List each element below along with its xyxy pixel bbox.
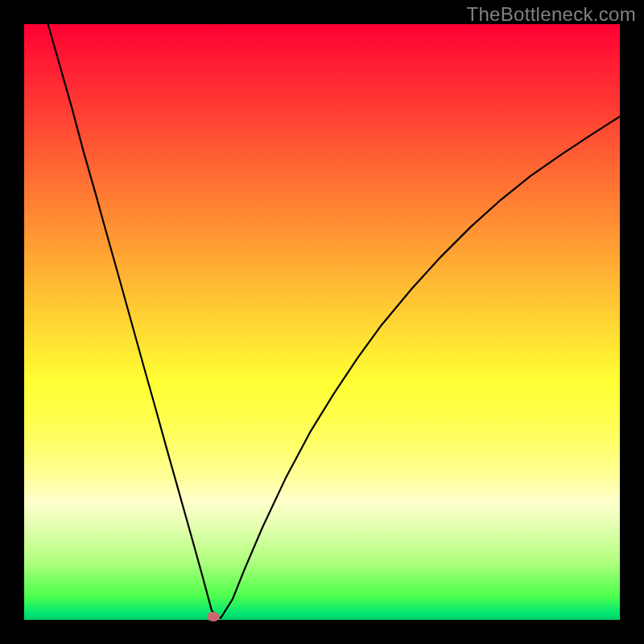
bottleneck-curve bbox=[24, 24, 620, 620]
chart-frame: TheBottleneck.com bbox=[0, 0, 644, 644]
watermark-text: TheBottleneck.com bbox=[466, 3, 636, 26]
plot-area bbox=[24, 24, 620, 620]
optimal-point-marker bbox=[207, 612, 220, 621]
